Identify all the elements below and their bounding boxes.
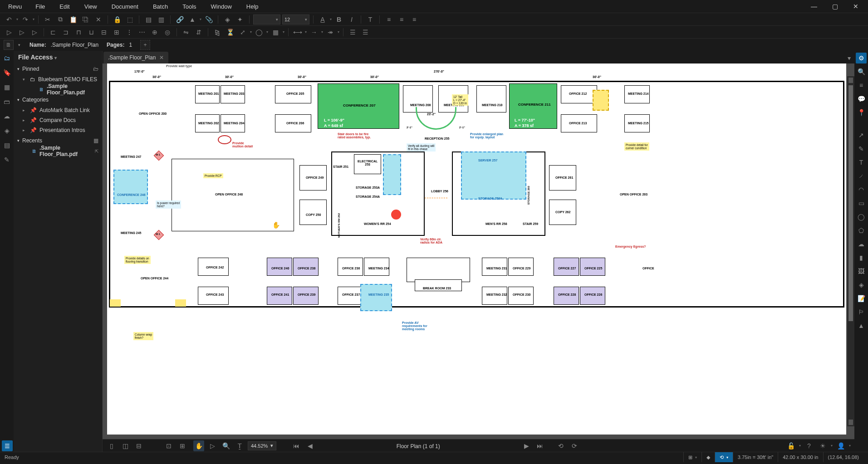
last-page-button[interactable]: ⏭ [535,440,545,451]
line-tool[interactable]: → [309,27,319,38]
pinned-file[interactable]: 🗎.Sample Floor_Plan.pdf [14,84,102,94]
align-center-button[interactable]: ≡ [396,14,407,25]
redo-button[interactable]: ↷ [20,14,31,25]
flip-v-button[interactable]: ⇵ [193,27,204,38]
page-label[interactable]: Floor Plan (1 of 1) [397,443,440,449]
places-tab-icon[interactable]: 📍 [856,107,867,118]
maximize-button[interactable]: ▢ [824,0,845,13]
text-orientation-button[interactable]: T [365,14,376,25]
snap-content-button[interactable]: ◈ [222,14,233,25]
menu-document[interactable]: Document [104,3,146,10]
layers-tab-icon[interactable]: ◈ [1,125,12,136]
first-page-button[interactable]: ⏮ [291,440,302,451]
align-obj-top[interactable]: ⊓ [73,27,84,38]
callout-tool-icon[interactable]: ◈ [856,279,867,290]
align-obj-hcenter[interactable]: ⊟ [98,27,109,38]
select-tool[interactable]: ▷ [4,27,15,38]
lock-button[interactable]: 🔒 [112,14,123,25]
fit-page-button[interactable]: ⊡ [163,440,174,451]
align-obj-left[interactable]: ⊏ [48,27,59,38]
signatures-tab-icon[interactable]: ✎ [1,154,12,165]
ellipse-tool-icon[interactable]: ◯ [856,211,867,222]
paste-in-place-button[interactable]: ⿻ [80,14,91,25]
arrow-tool-icon[interactable]: ↗ [856,130,867,141]
highlight-tool-icon[interactable]: ▮ [856,252,867,263]
markups-list-button[interactable]: ☰ [2,440,13,451]
tab-overflow-button[interactable]: ▾ [843,53,854,63]
align-right-button[interactable]: ≡ [409,14,420,25]
properties-tab-icon[interactable]: ⚙ [856,53,867,63]
multi-select-tool[interactable]: ▷ [29,27,40,38]
unflatten-button[interactable]: ▥ [156,14,167,25]
sync-icon[interactable]: ⟲ [720,454,724,460]
sets-tab-icon[interactable]: 🗃 [1,96,12,107]
split-vertical-button[interactable]: ◫ [120,440,131,451]
minimize-button[interactable]: — [804,0,824,13]
delete-button[interactable]: ✕ [93,14,104,25]
grid-icon[interactable]: ⊞ [688,454,692,460]
profile-button[interactable]: 👤 [835,440,846,451]
close-button[interactable]: ✕ [845,0,866,13]
document-canvas[interactable]: Provide wall type 170'-0" 30'-0" 30'-0" … [103,63,854,439]
unlock-page-button[interactable]: 🔓 [785,440,796,451]
hyperlink-button[interactable]: 🔗 [174,14,185,25]
arrow-tool[interactable]: ⟷ [292,27,303,38]
distribute-h[interactable]: ⋮ [124,27,135,38]
add-page-button[interactable]: + [140,40,150,50]
links-tab-icon[interactable]: 💬 [856,93,867,104]
arrowhead-tool[interactable]: ↠ [325,27,336,38]
forward-view-button[interactable]: ⟳ [569,440,580,451]
pinned-section[interactable]: ▾Pinned 🗁 [14,63,102,74]
search-tab-icon[interactable]: 🔍 [856,66,867,77]
snap-markup-button[interactable]: ✦ [235,14,245,25]
zoom-combo[interactable]: 44.52%▾ [248,441,276,450]
lasso-tool[interactable]: ▷ [16,27,27,38]
undo-button[interactable]: ↶ [4,14,15,25]
pen-tool-icon[interactable]: ✎ [856,143,867,154]
prev-page-button[interactable]: ◀ [304,440,315,451]
document-tab[interactable]: .Sample Floor_Plan ✕ [103,52,168,63]
fit-width-button[interactable]: ⊞ [177,440,188,451]
stamp-tool-icon[interactable]: ▲ [856,320,867,331]
polygon-tool-icon[interactable]: ⬠ [856,225,867,236]
hatch-button[interactable]: ▦ [270,27,281,38]
categories-section[interactable]: ▾Categories [14,94,102,105]
forms-tab-icon[interactable]: ▤ [1,140,12,151]
text-select-tool[interactable]: Ṯ [234,440,245,451]
category-presentation[interactable]: ▸📌Presentation Intros [14,125,102,135]
align-obj-vcenter[interactable]: ⊞ [111,27,122,38]
font-family-combo[interactable]: ▾ [253,15,280,24]
flatten-button[interactable]: ▤ [143,14,154,25]
timer-icon[interactable]: ⏳ [225,27,235,38]
group-button[interactable]: ⬚ [124,14,135,25]
menu-edit[interactable]: Edit [52,3,77,10]
line-tool-icon[interactable]: ⟋ [856,171,867,181]
mirror-button[interactable]: ⧎ [212,27,223,38]
zoom-tool[interactable]: 🔍 [221,440,231,451]
center-button[interactable]: ⊕ [149,27,160,38]
calendar-icon[interactable]: ▦ [93,137,98,144]
menu-batch[interactable]: Batch [146,3,175,10]
menu-tools[interactable]: Tools [175,3,203,10]
split-horizontal-button[interactable]: ⊟ [133,440,144,451]
image-tool-icon[interactable]: 🖼 [856,266,867,277]
copy-button[interactable]: ⧉ [55,14,66,25]
italic-button[interactable]: I [346,14,357,25]
menu-view[interactable]: View [77,3,104,10]
align-obj-bottom[interactable]: ⊔ [86,27,97,38]
bookmarks-tab-icon[interactable]: 🔖 [1,67,12,78]
thumbnails-tab-icon[interactable]: ▦ [1,82,12,93]
back-view-button[interactable]: ⟲ [555,440,566,451]
text-tool-icon[interactable]: T [856,157,867,168]
rotate-button[interactable]: ◯ [254,27,265,38]
menu-file[interactable]: File [28,3,52,10]
menu-window[interactable]: Window [204,3,239,10]
note-tool-icon[interactable]: 📝 [856,293,867,304]
folder-open-icon[interactable]: 🗁 [93,66,98,72]
snap-icon[interactable]: ◆ [706,454,710,460]
checklist-dark-icon[interactable]: ☰ [347,27,358,38]
dimmer-button[interactable]: ☀ [817,440,828,451]
align-obj-right[interactable]: ⊐ [60,27,71,38]
font-color-button[interactable]: A [317,14,328,25]
flip-h-button[interactable]: ⇋ [181,27,191,38]
